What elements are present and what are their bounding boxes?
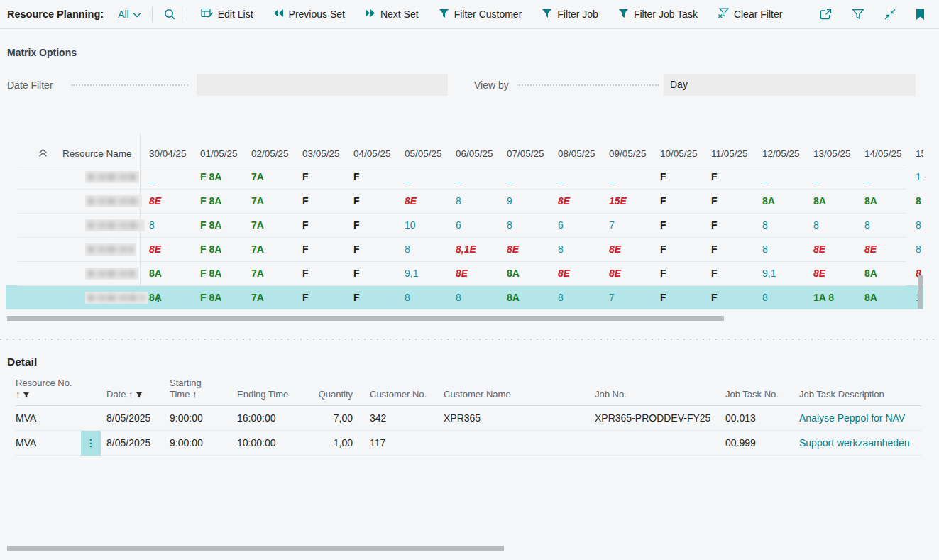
detail-cell[interactable]: 00.013	[725, 412, 799, 424]
matrix-cell[interactable]: 7	[604, 219, 655, 231]
filter-pane-icon[interactable]	[852, 9, 864, 21]
matrix-cell[interactable]: F	[706, 292, 757, 303]
matrix-cell[interactable]: 8E	[604, 243, 655, 255]
clear-filter-button[interactable]: Clear Filter	[718, 8, 782, 21]
matrix-cell[interactable]: 8A	[757, 195, 808, 207]
matrix-cell[interactable]: 7A	[246, 268, 297, 279]
matrix-cell[interactable]: _	[553, 171, 604, 182]
detail-column-header-starting-time[interactable]: StartingTime ↑	[170, 378, 237, 400]
matrix-cell[interactable]: F 8A	[195, 195, 246, 207]
matrix-cell[interactable]: F	[655, 292, 706, 303]
search-icon[interactable]	[163, 8, 176, 21]
detail-cell[interactable]: MVA	[16, 412, 81, 424]
matrix-cell[interactable]: 7A	[246, 219, 297, 231]
matrix-cell[interactable]: F 8A	[195, 268, 246, 279]
matrix-cell[interactable]: 8	[911, 219, 923, 231]
matrix-cell[interactable]: 8E	[553, 268, 604, 279]
matrix-row[interactable]: 8EF 8A7AFF88,1E8E88EFF88E8E8	[0, 237, 923, 261]
matrix-cell[interactable]: 8E	[400, 195, 451, 207]
detail-cell[interactable]: 10:00:00	[237, 437, 304, 449]
matrix-cell[interactable]: F	[655, 171, 706, 182]
matrix-cell[interactable]: 8	[502, 219, 553, 231]
detail-cell[interactable]: 9:00:00	[170, 412, 237, 424]
detail-cell[interactable]: XPR365	[444, 412, 595, 424]
detail-cell[interactable]: 342	[370, 412, 444, 424]
detail-column-header-job-task-no-[interactable]: Job Task No.	[725, 389, 799, 400]
detail-column-header-job-no-[interactable]: Job No.	[595, 389, 725, 400]
detail-cell[interactable]: 7,00	[304, 412, 370, 424]
matrix-cell[interactable]: 8	[451, 195, 502, 207]
detail-column-header-customer-name[interactable]: Customer Name	[444, 389, 595, 400]
matrix-cell[interactable]: F	[297, 171, 348, 182]
matrix-cell[interactable]: 6	[451, 219, 502, 231]
matrix-cell[interactable]: _	[451, 171, 502, 182]
matrix-cell[interactable]: 8A	[502, 292, 553, 303]
matrix-row[interactable]: _F 8A7AFF_____FF___1	[0, 165, 923, 189]
matrix-cell[interactable]: 8	[144, 219, 195, 231]
matrix-cell[interactable]: F	[706, 243, 757, 255]
matrix-cell[interactable]: _	[144, 171, 195, 182]
matrix-cell[interactable]: F	[348, 171, 400, 182]
matrix-cell[interactable]: 8	[808, 219, 860, 231]
detail-column-header-date[interactable]: Date ↑	[106, 389, 170, 400]
matrix-cell[interactable]: F	[706, 268, 757, 279]
matrix-cell[interactable]: 8E	[604, 268, 655, 279]
matrix-cell[interactable]: 8,1E	[451, 243, 502, 255]
matrix-cell[interactable]: F	[297, 219, 348, 231]
date-filter-input[interactable]	[197, 74, 448, 96]
matrix-cell[interactable]: 8E	[451, 268, 502, 279]
matrix-cell[interactable]: F 8A	[195, 292, 246, 303]
matrix-cell[interactable]: F	[348, 195, 400, 207]
detail-column-header-quantity[interactable]: Quantity	[304, 389, 370, 400]
matrix-cell[interactable]: F	[348, 292, 400, 303]
detail-cell[interactable]: 16:00:00	[237, 412, 304, 424]
matrix-cell[interactable]: 8	[757, 292, 808, 303]
bookmark-icon[interactable]	[916, 9, 925, 21]
matrix-row[interactable]: 8EF 8A7AFF8E898E15EFF8A8A8A8	[0, 189, 923, 213]
matrix-cell[interactable]: 8	[451, 292, 502, 303]
matrix-vertical-scrollbar[interactable]	[918, 275, 923, 309]
detail-cell[interactable]: 9:00:00	[170, 437, 237, 449]
matrix-cell[interactable]: 7A	[246, 292, 297, 303]
matrix-cell[interactable]: 8	[400, 292, 451, 303]
detail-column-header-job-task-description[interactable]: Job Task Description	[799, 389, 921, 400]
resource-name-cell[interactable]	[85, 213, 145, 237]
matrix-cell[interactable]: _	[400, 171, 451, 182]
matrix-cell[interactable]: F	[348, 268, 400, 279]
matrix-cell[interactable]: 8	[911, 195, 923, 207]
resource-name-cell[interactable]	[85, 189, 142, 213]
detail-cell[interactable]: 1,00	[304, 437, 370, 449]
matrix-cell[interactable]: 8E	[860, 243, 911, 255]
matrix-cell[interactable]: 1	[911, 171, 923, 182]
matrix-cell[interactable]: 9,1	[757, 268, 808, 279]
filter-customer-button[interactable]: Filter Customer	[439, 9, 522, 21]
matrix-cell[interactable]: 15E	[604, 195, 655, 207]
matrix-cell[interactable]: F	[706, 195, 757, 207]
matrix-cell[interactable]: 8A	[808, 195, 860, 207]
matrix-cell[interactable]: 6	[553, 219, 604, 231]
matrix-cell[interactable]: 7A	[246, 195, 297, 207]
scope-selector[interactable]: All	[118, 9, 141, 20]
matrix-horizontal-scrollbar[interactable]	[7, 316, 724, 321]
job-task-description-link[interactable]: Support werkzaamheden	[799, 437, 921, 449]
matrix-cell[interactable]: F	[297, 195, 348, 207]
share-icon[interactable]	[819, 8, 833, 21]
matrix-cell[interactable]: 8	[911, 243, 923, 255]
matrix-cell[interactable]: F	[655, 195, 706, 207]
row-gutter-cell[interactable]: ⋮	[81, 431, 106, 456]
matrix-cell[interactable]: 8	[400, 243, 451, 255]
matrix-cell[interactable]: _	[604, 171, 655, 182]
detail-column-header-customer-no-[interactable]: Customer No.	[370, 389, 444, 400]
matrix-row[interactable]: 8AF 8A7AFF9,18E8A8E8EFF9,18E8A8	[0, 261, 923, 285]
job-task-description-link[interactable]: Analyse Peppol for NAV	[799, 412, 921, 424]
resource-name-cell[interactable]	[85, 237, 136, 261]
detail-cell[interactable]: 117	[370, 437, 444, 449]
matrix-cell[interactable]: 7A	[246, 171, 297, 182]
matrix-cell[interactable]: _	[808, 171, 860, 182]
matrix-cell[interactable]: F	[297, 268, 348, 279]
matrix-cell[interactable]: F	[297, 243, 348, 255]
matrix-cell[interactable]: 8A	[860, 195, 911, 207]
matrix-cell[interactable]: F	[706, 219, 757, 231]
matrix-cell[interactable]: 8E	[808, 268, 860, 279]
matrix-cell[interactable]: 7A	[246, 243, 297, 255]
